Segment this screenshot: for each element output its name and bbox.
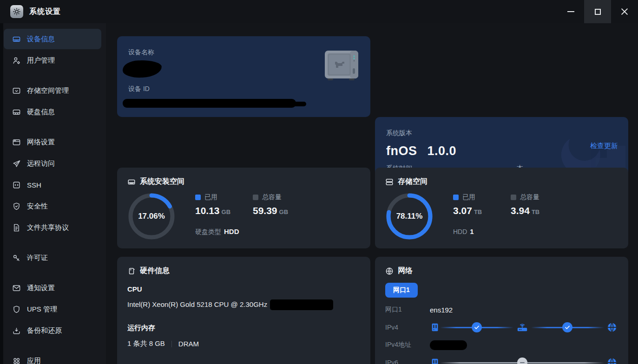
maximize-icon [595, 9, 601, 15]
user-gear-icon [12, 56, 21, 65]
sidebar-item-label: 应用 [27, 357, 41, 364]
total-value: 59.39GB [253, 205, 310, 216]
total-unit: TB [532, 208, 539, 215]
sidebar-item-apps[interactable]: 应用 [4, 351, 101, 364]
used-value: 10.13GB [195, 205, 253, 216]
os-name: fnOS [386, 144, 417, 158]
used-label: 已用 [204, 193, 217, 202]
total-number: 59.39 [253, 205, 277, 216]
sidebar-item-label: 许可证 [27, 254, 48, 262]
ram-value: 1 条共 8 GB [127, 339, 165, 348]
sidebar-item-notifications[interactable]: 通知设置 [4, 278, 101, 298]
main-content: 设备名称 设备 ID 系统版本 fnOS1.0.0 检查更新 [106, 23, 638, 364]
close-button[interactable] [611, 0, 638, 23]
maximize-button[interactable] [584, 0, 611, 23]
divider [171, 341, 172, 347]
sidebar-item-file-sharing[interactable]: 文件共享协议 [4, 217, 101, 238]
device-info-card: 设备名称 设备 ID [117, 36, 370, 117]
card-title: 存储空间 [398, 177, 428, 187]
app-gear-icon [10, 5, 23, 18]
sidebar-item-device-info[interactable]: 设备信息 [4, 29, 101, 49]
sidebar-item-remote-access[interactable]: 远程访问 [4, 153, 101, 174]
sidebar-item-label: SSH [27, 181, 41, 189]
used-legend-swatch [453, 195, 459, 200]
sidebar-item-label: 硬盘信息 [27, 108, 55, 117]
sidebar-item-label: 备份和还原 [27, 326, 62, 335]
storage-space-card: 存储空间 78.11% 已用 3.07TB 总容量 3.94T [375, 168, 628, 248]
os-version-number: 1.0.0 [428, 144, 457, 158]
sidebar-item-label: 用户管理 [27, 56, 55, 65]
nas-icon [430, 358, 440, 364]
router-icon [516, 322, 528, 333]
minimize-button[interactable] [557, 0, 584, 23]
drive-icon [127, 178, 136, 186]
sidebar-item-storage-management[interactable]: 存储空间管理 [4, 80, 101, 101]
system-space-donut: 17.06% [127, 192, 176, 240]
shield-icon [12, 305, 21, 314]
check-circle-icon [562, 322, 572, 332]
ipv4-row: IPv4 [385, 322, 618, 333]
port-label: 网口1 [385, 306, 430, 314]
used-number: 3.07 [453, 205, 472, 216]
donut-percent: 78.11% [385, 192, 434, 240]
storage-box-icon [12, 86, 21, 95]
minimize-icon [567, 11, 574, 12]
mail-icon [12, 283, 21, 292]
ipv4-address-row: IPv4地址 [385, 339, 618, 351]
donut-percent: 17.06% [127, 192, 176, 240]
ipv4-label: IPv4 [385, 324, 430, 331]
cpu-value: Intel(R) Xeon(R) Gold 5218 CPU @ 2.30GHz [127, 300, 267, 308]
total-legend-swatch [253, 195, 258, 200]
sidebar-item-ups[interactable]: UPS 管理 [4, 299, 101, 319]
sidebar-item-license[interactable]: 许可证 [4, 247, 101, 268]
disk-type-row: 硬盘类型HDD [195, 228, 310, 236]
chip-icon [127, 267, 136, 275]
sidebar-item-security[interactable]: 安全性 [4, 196, 101, 216]
ipv4-segment-2 [531, 327, 605, 328]
sidebar-item-disk-info[interactable]: 硬盘信息 [4, 102, 101, 122]
sidebar-item-ssh[interactable]: SSH [4, 175, 101, 195]
sidebar-item-backup-restore[interactable]: 备份和还原 [4, 320, 101, 341]
disk-type-label: 硬盘类型 [195, 228, 221, 235]
sidebar-item-label: 远程访问 [27, 159, 55, 168]
port-1-button[interactable]: 网口1 [385, 283, 418, 298]
ipv6-connection-diagram [430, 358, 617, 364]
nas-icon [430, 322, 440, 332]
ram-label: 运行内存 [127, 324, 360, 332]
sidebar-item-label: 存储空间管理 [27, 86, 69, 95]
shield-check-icon [12, 202, 21, 211]
used-unit: TB [474, 208, 482, 215]
total-legend-swatch [511, 195, 516, 200]
sidebar-item-user-management[interactable]: 用户管理 [4, 50, 101, 71]
check-circle-icon [472, 322, 482, 332]
total-value: 3.94TB [511, 205, 568, 216]
used-legend-swatch [195, 195, 201, 200]
total-label: 总容量 [262, 193, 282, 202]
key-icon [12, 253, 21, 262]
sidebar: 设备信息 用户管理 存储空间管理 硬盘信息 网络设置 远程访问 SSH 安全性 … [3, 23, 106, 364]
device-id-label: 设备 ID [128, 85, 150, 93]
titlebar: 系统设置 [0, 0, 638, 23]
check-update-link[interactable]: 检查更新 [590, 142, 618, 150]
used-number: 10.13 [195, 205, 220, 216]
disk-type-value: HDD [224, 228, 239, 235]
hardware-info-card: 硬件信息 CPU Intel(R) Xeon(R) Gold 5218 CPU … [117, 257, 370, 364]
internet-globe-icon [607, 358, 617, 364]
paper-plane-icon [12, 159, 21, 168]
globe-icon [385, 267, 394, 275]
hdd-icon [12, 107, 21, 117]
nas-drive-icon [12, 34, 21, 44]
cpu-redacted [270, 299, 333, 310]
document-icon [12, 223, 21, 232]
apps-grid-icon [12, 356, 21, 364]
network-card: 网络 网口1 网口1 ens192 IPv4 IPv4地址 [375, 257, 628, 364]
sidebar-item-network-settings[interactable]: 网络设置 [4, 132, 101, 152]
backup-tray-icon [12, 326, 21, 335]
sidebar-item-label: 设备信息 [27, 35, 55, 44]
total-label: 总容量 [520, 193, 539, 202]
ipv4-address-redacted [430, 340, 467, 350]
sidebar-item-label: 网络设置 [27, 138, 55, 147]
card-title: 硬件信息 [140, 266, 170, 276]
total-number: 3.94 [511, 205, 530, 216]
port-value: ens192 [430, 306, 453, 314]
